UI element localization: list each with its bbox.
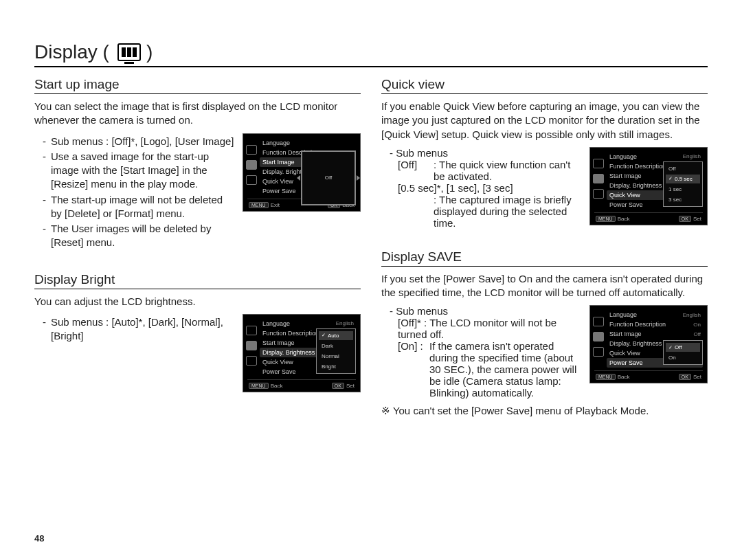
lcd-menu-item: Language bbox=[260, 138, 356, 148]
intro-quickview: If you enable Quick View before capturin… bbox=[381, 100, 708, 142]
lcd-option: Normal bbox=[319, 352, 353, 361]
section-bright: Display Bright You can adjust the LCD br… bbox=[34, 272, 361, 392]
section-save: Display SAVE If you set the [Power Save]… bbox=[381, 249, 708, 424]
lcd-option: 0.5 sec bbox=[666, 175, 700, 183]
page-title: Display ( ) bbox=[34, 41, 708, 67]
startup-bullets: -Sub menus : [Off]*, [Logo], [User Image… bbox=[34, 133, 234, 251]
title-prefix: Display ( bbox=[34, 41, 109, 63]
lcd-startup-popup-value: Off bbox=[322, 172, 335, 183]
lcd-option: Auto bbox=[319, 331, 353, 340]
lcd-icon-strip bbox=[593, 310, 604, 369]
lcd-save-options: OffOn bbox=[663, 340, 703, 365]
section-startup: Start up image You can select the image … bbox=[34, 77, 361, 251]
lcd-menu-item: LanguageEnglish bbox=[260, 319, 356, 328]
lcd-option: Off bbox=[666, 164, 700, 173]
lcd-quickview: LanguageEnglishFunction DescriptionOnSta… bbox=[589, 147, 708, 225]
lcd-option: 1 sec bbox=[666, 185, 700, 194]
lcd-option: Off bbox=[666, 343, 700, 352]
save-details: - Sub menus [Off]* : The LCD monitor wil… bbox=[381, 305, 581, 399]
lcd-icon-strip bbox=[246, 319, 257, 378]
heading-save: Display SAVE bbox=[381, 249, 708, 267]
quickview-details: - Sub menus [Off]: The quick view functi… bbox=[381, 147, 581, 229]
intro-save: If you set the [Power Save] to On and th… bbox=[381, 272, 708, 300]
lcd-menu-item: Start ImageOff bbox=[607, 329, 703, 339]
intro-startup: You can select the image that is first d… bbox=[34, 100, 361, 128]
heading-startup: Start up image bbox=[34, 77, 361, 94]
lcd-option: Dark bbox=[319, 341, 353, 350]
lcd-menu-item: LanguageEnglish bbox=[607, 152, 703, 161]
title-suffix: ) bbox=[146, 41, 153, 63]
lcd-option: On bbox=[666, 353, 700, 362]
lcd-menu-item: Function DescriptionOn bbox=[607, 320, 703, 329]
intro-bright: You can adjust the LCD brightness. bbox=[34, 295, 361, 309]
section-quickview: Quick view If you enable Quick View befo… bbox=[381, 77, 708, 229]
heading-quickview: Quick view bbox=[381, 77, 708, 94]
display-icon bbox=[117, 43, 141, 61]
lcd-bright-options: AutoDarkNormalBright bbox=[316, 328, 356, 374]
lcd-save: LanguageEnglishFunction DescriptionOnSta… bbox=[589, 305, 708, 383]
lcd-option: Bright bbox=[319, 362, 353, 371]
lcd-quickview-options: Off0.5 sec1 sec3 sec bbox=[663, 161, 703, 207]
lcd-option: 3 sec bbox=[666, 195, 700, 204]
save-note: ※ You can't set the [Power Save] menu of… bbox=[381, 404, 708, 418]
bright-bullets: -Sub menus : [Auto]*, [Dark], [Normal], … bbox=[34, 314, 234, 345]
lcd-bright: LanguageEnglishFunction DescriptionOnSta… bbox=[243, 314, 361, 392]
lcd-icon-strip bbox=[246, 138, 257, 197]
page-number: 48 bbox=[34, 533, 44, 544]
lcd-menu-item: LanguageEnglish bbox=[607, 310, 703, 320]
lcd-startup: LanguageFunction DescriptiStart ImageDis… bbox=[243, 133, 361, 212]
lcd-icon-strip bbox=[593, 152, 604, 211]
heading-bright: Display Bright bbox=[34, 272, 361, 289]
lcd-startup-popup: Off bbox=[301, 150, 356, 205]
